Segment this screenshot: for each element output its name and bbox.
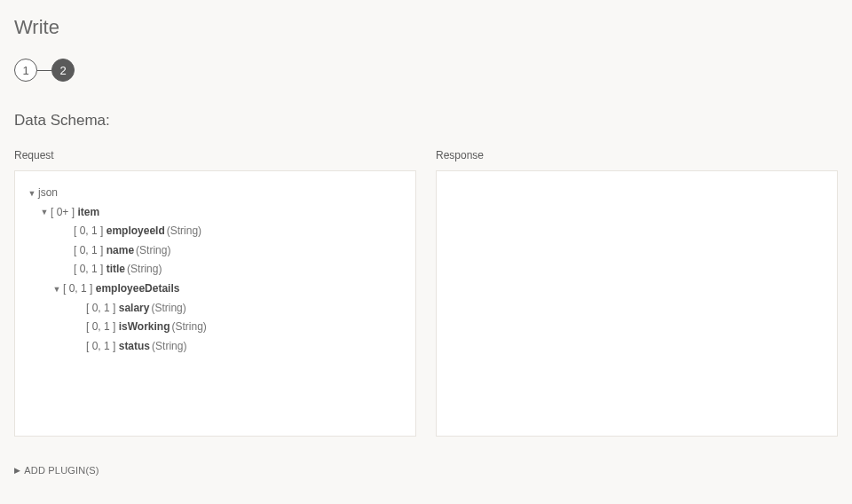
tree-node-label: json	[38, 184, 58, 203]
tree-node-employeeId[interactable]: [ 0, 1 ] employeeId (String)	[28, 222, 403, 241]
tree-cardinality: [ 0, 1 ]	[86, 318, 115, 337]
collapse-icon[interactable]: ▼	[28, 186, 36, 201]
step-2[interactable]: 2	[51, 59, 75, 82]
tree-cardinality: [ 0+ ]	[51, 203, 75, 223]
tree-node-name: title	[106, 260, 125, 280]
tree-cardinality: [ 0, 1 ]	[74, 241, 103, 261]
tree-node-isWorking[interactable]: [ 0, 1 ] isWorking (String)	[28, 318, 403, 337]
request-panel: ▼ json ▼ [ 0+ ] item [ 0, 1 ] employeeId…	[14, 170, 416, 437]
tree-node-type: (String)	[136, 241, 170, 261]
add-plugins-label: ADD PLUGIN(S)	[24, 465, 99, 476]
tree-node-name: item	[77, 203, 99, 223]
request-column: Request ▼ json ▼ [ 0+ ] item [ 0, 1 ] em…	[14, 149, 416, 437]
tree-node-status[interactable]: [ 0, 1 ] status (String)	[28, 337, 403, 357]
step-1[interactable]: 1	[14, 59, 37, 82]
step-connector	[37, 70, 51, 71]
tree-node-type: (String)	[152, 337, 186, 357]
tree-node-type: (String)	[172, 318, 207, 337]
schema-title: Data Schema:	[14, 112, 838, 130]
tree-cardinality: [ 0, 1 ]	[74, 260, 103, 280]
tree-cardinality: [ 0, 1 ]	[86, 299, 115, 319]
collapse-icon[interactable]: ▼	[40, 205, 49, 219]
tree-node-name: status	[119, 337, 150, 357]
tree-cardinality: [ 0, 1 ]	[63, 280, 92, 299]
page-title: Write	[14, 16, 838, 39]
response-column: Response	[436, 149, 838, 437]
tree-node-name: name	[106, 241, 134, 261]
expand-icon: ▶	[14, 466, 20, 475]
response-panel	[436, 170, 838, 437]
tree-node-salary[interactable]: [ 0, 1 ] salary (String)	[28, 299, 403, 319]
tree-node-name: salary	[119, 299, 150, 319]
tree-node-type: (String)	[151, 299, 185, 319]
tree-node-item[interactable]: ▼ [ 0+ ] item	[28, 203, 403, 223]
collapse-icon[interactable]: ▼	[52, 282, 61, 296]
tree-node-name: employeeDetails	[96, 280, 180, 299]
tree-node-title[interactable]: [ 0, 1 ] title (String)	[28, 260, 403, 280]
tree-node-name: employeeId	[106, 222, 165, 241]
step-indicator: 1 2	[14, 59, 838, 82]
add-plugins-button[interactable]: ▶ ADD PLUGIN(S)	[14, 465, 838, 476]
tree-cardinality: [ 0, 1 ]	[74, 222, 103, 241]
tree-node-name: isWorking	[119, 318, 170, 337]
request-header: Request	[14, 149, 416, 161]
tree-node-type: (String)	[127, 260, 162, 280]
tree-node-json[interactable]: ▼ json	[28, 184, 403, 203]
response-header: Response	[436, 149, 838, 161]
tree-node-name-field[interactable]: [ 0, 1 ] name (String)	[28, 241, 403, 261]
tree-cardinality: [ 0, 1 ]	[86, 337, 115, 357]
tree-node-employeeDetails[interactable]: ▼ [ 0, 1 ] employeeDetails	[28, 280, 403, 299]
schema-columns: Request ▼ json ▼ [ 0+ ] item [ 0, 1 ] em…	[14, 149, 838, 437]
tree-node-type: (String)	[167, 222, 201, 241]
